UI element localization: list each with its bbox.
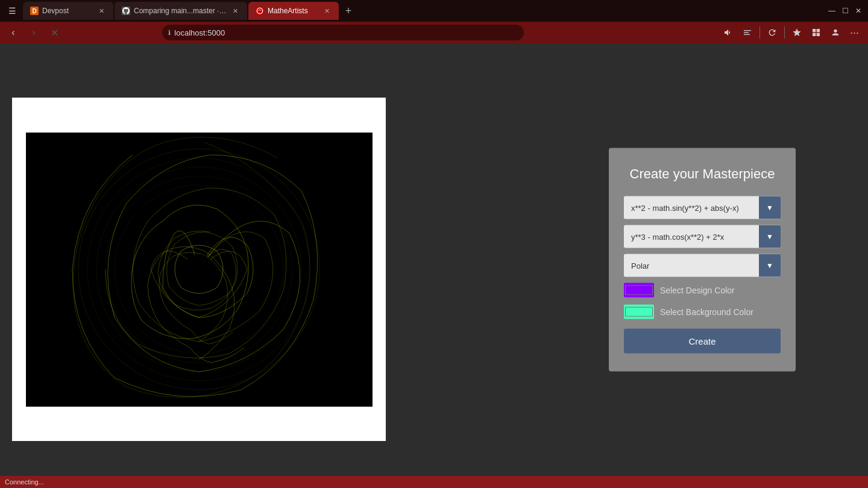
url-display: localhost:5000 bbox=[174, 28, 518, 37]
browser-chrome: ☰ D Devpost ✕ Comparing main...master · … bbox=[0, 0, 868, 43]
tab-bar: ☰ D Devpost ✕ Comparing main...master · … bbox=[0, 0, 868, 22]
tab-close-devpost[interactable]: ✕ bbox=[96, 6, 106, 16]
tab-favicon-devpost: D bbox=[30, 7, 39, 15]
svg-point-8 bbox=[834, 30, 837, 33]
tab-devpost[interactable]: D Devpost ✕ bbox=[23, 2, 113, 20]
tab-matheartists[interactable]: MatheArtists ✕ bbox=[248, 2, 339, 20]
svg-rect-1 bbox=[744, 30, 751, 31]
svg-rect-7 bbox=[817, 33, 820, 36]
svg-rect-4 bbox=[813, 29, 816, 32]
window-controls: — ☐ ✕ bbox=[827, 6, 863, 16]
formula2-value: y**3 - math.cos(x**2) + 2*x bbox=[624, 226, 759, 247]
address-input-wrap[interactable]: ℹ localhost:5000 bbox=[162, 25, 524, 40]
bg-color-swatch[interactable] bbox=[624, 305, 654, 319]
close-button[interactable]: ✕ bbox=[854, 6, 863, 16]
create-button[interactable]: Create bbox=[624, 329, 781, 354]
formula1-dropdown-arrow[interactable]: ▼ bbox=[759, 196, 781, 219]
bg-color-label: Select Background Color bbox=[660, 307, 753, 317]
svg-rect-2 bbox=[744, 32, 749, 33]
design-color-row: Select Design Color bbox=[624, 283, 781, 298]
svg-point-16 bbox=[194, 264, 204, 274]
refresh-button[interactable] bbox=[764, 24, 781, 41]
canvas-wrapper bbox=[12, 98, 386, 441]
tab-favicon-github bbox=[122, 7, 130, 15]
read-aloud-button[interactable] bbox=[720, 24, 737, 41]
svg-rect-6 bbox=[813, 33, 816, 36]
forward-button[interactable]: › bbox=[25, 24, 42, 41]
tab-favicon-matheartists bbox=[256, 7, 264, 15]
tab-bar-left: ☰ bbox=[5, 4, 19, 18]
profile-button[interactable] bbox=[827, 24, 844, 41]
page-content: Create your Masterpiece x**2 - math.sin(… bbox=[0, 43, 868, 476]
favorites-button[interactable] bbox=[788, 24, 805, 41]
coord-system-value: Polar bbox=[624, 255, 759, 276]
tab-github[interactable]: Comparing main...master · ishan... ✕ bbox=[115, 2, 247, 20]
canvas-area bbox=[26, 133, 373, 407]
panel-title: Create your Masterpiece bbox=[624, 166, 781, 182]
design-color-label: Select Design Color bbox=[660, 286, 735, 295]
svg-rect-3 bbox=[744, 34, 750, 35]
formula2-dropdown[interactable]: y**3 - math.cos(x**2) + 2*x ▼ bbox=[624, 225, 781, 248]
toolbar-icons: ⋯ bbox=[720, 24, 863, 41]
tab-title-github: Comparing main...master · ishan... bbox=[134, 7, 227, 15]
bg-color-row: Select Background Color bbox=[624, 305, 781, 319]
tab-close-matheartists[interactable]: ✕ bbox=[322, 6, 332, 16]
svg-point-0 bbox=[257, 8, 263, 14]
security-icon: ℹ bbox=[168, 29, 171, 37]
tab-close-github[interactable]: ✕ bbox=[230, 6, 240, 16]
more-options-button[interactable]: ⋯ bbox=[846, 24, 863, 41]
back-button[interactable]: ‹ bbox=[5, 24, 22, 41]
math-art-svg bbox=[26, 133, 373, 407]
reload-button[interactable]: ✕ bbox=[46, 24, 63, 41]
toolbar-divider-2 bbox=[784, 27, 785, 39]
tab-title-devpost: Devpost bbox=[42, 7, 93, 15]
minimize-button[interactable]: — bbox=[827, 6, 837, 16]
toolbar-divider-1 bbox=[760, 27, 760, 39]
coord-system-dropdown[interactable]: Polar ▼ bbox=[624, 254, 781, 277]
new-tab-button[interactable]: + bbox=[340, 2, 357, 19]
tab-title-matheartists: MatheArtists bbox=[268, 7, 318, 15]
status-text: Connecting... bbox=[5, 478, 44, 486]
control-panel: Create your Masterpiece x**2 - math.sin(… bbox=[609, 148, 796, 372]
sidebar-toggle-button[interactable]: ☰ bbox=[5, 4, 19, 18]
immersive-reader-button[interactable] bbox=[739, 24, 756, 41]
status-bar: Connecting... bbox=[0, 476, 868, 488]
maximize-button[interactable]: ☐ bbox=[840, 6, 850, 16]
formula1-value: x**2 - math.sin(y**2) + abs(y-x) bbox=[624, 197, 759, 218]
address-bar: ‹ › ✕ ℹ localhost:5000 bbox=[0, 22, 868, 43]
coord-system-dropdown-arrow[interactable]: ▼ bbox=[759, 254, 781, 277]
formula1-dropdown[interactable]: x**2 - math.sin(y**2) + abs(y-x) ▼ bbox=[624, 196, 781, 219]
formula2-dropdown-arrow[interactable]: ▼ bbox=[759, 225, 781, 248]
design-color-swatch[interactable] bbox=[624, 283, 654, 298]
svg-rect-5 bbox=[817, 29, 820, 32]
collections-button[interactable] bbox=[808, 24, 825, 41]
